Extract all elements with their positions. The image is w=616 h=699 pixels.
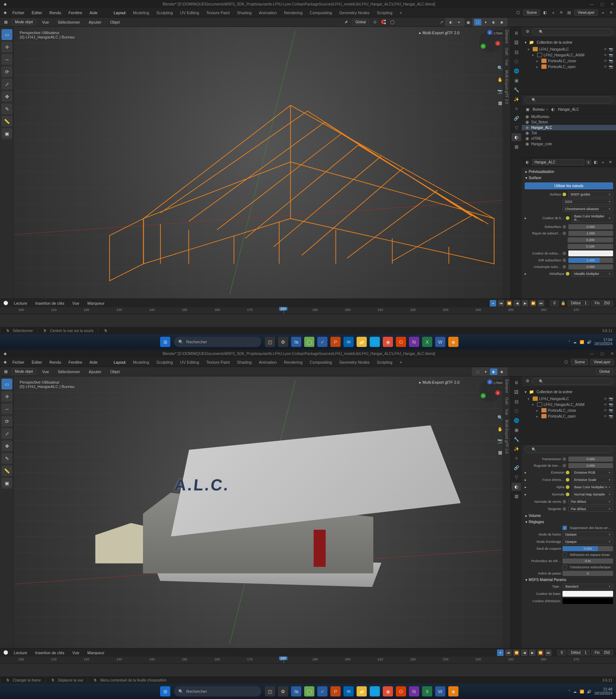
outliner[interactable]: ▾📁Collection de la scène ▾LFHJ_HangarALC…: [522, 37, 616, 95]
tray-wifi-icon[interactable]: 📶: [580, 340, 584, 344]
shading-wire-icon[interactable]: ⬚: [474, 368, 481, 375]
metallic-link[interactable]: Metallic Multiplier: [572, 271, 613, 277]
start-button[interactable]: ⊞: [160, 337, 170, 347]
ptab-texture-icon[interactable]: ▦: [512, 143, 521, 151]
workspace-add[interactable]: +: [397, 9, 405, 16]
app-mail-icon[interactable]: ✉: [343, 686, 354, 696]
properties-search[interactable]: [525, 446, 613, 453]
workspace-sculpting[interactable]: Sculpting: [154, 359, 176, 366]
mode-selector[interactable]: Mode objet: [12, 19, 36, 25]
workspace-geonodes[interactable]: Geometry Nodes: [336, 9, 372, 16]
end-frame[interactable]: Fin 250: [591, 300, 613, 306]
shading-wire-icon[interactable]: ⬚: [474, 19, 481, 25]
tab-view[interactable]: Vue: [505, 59, 509, 66]
ptab-modifier-icon[interactable]: 🔧: [512, 435, 521, 443]
blender-icon[interactable]: ◆: [2, 10, 8, 16]
workspace-modeling[interactable]: Modeling: [130, 9, 152, 16]
panel-preview[interactable]: ▸ Prévisualisation: [522, 169, 616, 175]
app-store-icon[interactable]: 🛍: [291, 337, 301, 347]
ptab-scene-icon[interactable]: ⬡: [512, 407, 521, 415]
outliner-search[interactable]: [532, 378, 613, 385]
sss-method-picker[interactable]: Cheminement aléatoire: [563, 206, 613, 212]
backface-cull-check[interactable]: ✓: [563, 526, 567, 530]
timeline-ruler[interactable]: 1001101201301401501601701801902002102202…: [0, 657, 616, 663]
blend-mode[interactable]: Opaque: [563, 532, 613, 537]
minimize-button[interactable]: —: [590, 351, 594, 356]
restrict-sel-icon[interactable]: 👁: [604, 47, 607, 51]
jump-end-icon[interactable]: ⏭: [545, 649, 552, 656]
ptab-output-icon[interactable]: 🖼: [512, 39, 521, 47]
basecolor-link[interactable]: Base Color Multiplier R…: [572, 213, 613, 223]
editor-type-icon[interactable]: ▦: [3, 369, 9, 375]
ptab-constraint-icon[interactable]: 🔗: [512, 114, 521, 122]
overlay-opts-icon[interactable]: ▾: [455, 19, 462, 25]
tl-view[interactable]: Vue: [69, 300, 82, 307]
timeline-editor-icon[interactable]: 🕒: [3, 650, 9, 656]
ptab-physics-icon[interactable]: ⚛: [512, 105, 521, 113]
menu-file[interactable]: Fichier: [9, 9, 27, 16]
normal-link[interactable]: Normal Map Sampler: [572, 491, 613, 497]
play-rev-icon[interactable]: ◀: [521, 649, 528, 656]
app-blender-icon[interactable]: ◆: [448, 686, 458, 696]
viewlayer-picker[interactable]: ViewLayer: [574, 9, 598, 16]
ptab-material-icon[interactable]: ◐: [512, 133, 521, 141]
play-icon[interactable]: ▶: [522, 300, 528, 307]
mat-copy-icon[interactable]: +: [600, 159, 606, 165]
sss-r1[interactable]: 1.000: [568, 231, 613, 236]
app-xbox-icon[interactable]: ◯: [304, 686, 314, 696]
msfs-basecolor-swatch[interactable]: [563, 591, 613, 597]
subsurface-field[interactable]: 0.000: [568, 224, 613, 229]
emission-link[interactable]: Emissive RGB: [572, 470, 613, 475]
app-powerpoint-icon[interactable]: P: [330, 686, 341, 696]
hdr-select[interactable]: Sélectionner: [55, 19, 83, 25]
menu-file[interactable]: Fichier: [9, 359, 27, 366]
ptab-viewlayer-icon[interactable]: ▤: [512, 398, 521, 406]
app-settings-icon[interactable]: ⚙: [278, 686, 288, 696]
layer-new-icon[interactable]: +: [600, 10, 606, 16]
timeline-ruler[interactable]: 1001101201301401501601701801902002102202…: [0, 307, 616, 314]
ssr-check[interactable]: [563, 553, 567, 557]
app-word-icon[interactable]: W: [435, 686, 445, 696]
clearcoat-normal[interactable]: Par défaut: [568, 499, 613, 505]
workspace-geonodes[interactable]: Geometry Nodes: [336, 359, 372, 366]
ptab-render-icon[interactable]: 🖥: [512, 29, 521, 37]
close-button[interactable]: ✕: [611, 2, 614, 7]
outliner-filter-icon[interactable]: ⚙: [525, 28, 530, 34]
ptab-render-icon[interactable]: 🖥: [512, 379, 521, 387]
app-word-icon[interactable]: W: [435, 337, 445, 347]
ol-item[interactable]: LFHJ_HangarALC_ANIM: [544, 53, 584, 57]
workspace-sculpting[interactable]: Sculpting: [154, 9, 176, 16]
mat-browse-icon[interactable]: ◐: [525, 159, 530, 165]
app-taskview-icon[interactable]: ◫: [265, 337, 275, 347]
msfs-type[interactable]: Standard: [563, 584, 613, 589]
tool-measure-icon[interactable]: 📏: [1, 465, 12, 476]
panel-settings[interactable]: ▾ Réglages: [522, 519, 616, 525]
tab-element[interactable]: Élément: [505, 30, 509, 43]
tray-clock[interactable]: 21:4818/10/2024: [594, 687, 612, 695]
app-office-icon[interactable]: O: [396, 686, 406, 696]
viewlayer-picker[interactable]: ViewLayer: [590, 359, 614, 365]
workspace-shading[interactable]: Shading: [234, 359, 254, 366]
ptab-world-icon[interactable]: 🌐: [512, 416, 521, 424]
outliner-search[interactable]: [532, 28, 613, 35]
trans-rough-field[interactable]: 0.000: [568, 463, 613, 468]
tool-transform-icon[interactable]: ✥: [1, 91, 12, 102]
menu-edit[interactable]: Éditer: [29, 9, 45, 16]
tray-cloud-icon[interactable]: ☁: [573, 340, 577, 344]
workspace-comp[interactable]: Compositing: [307, 9, 335, 16]
app-mail-icon[interactable]: ✉: [343, 337, 354, 347]
tangent-picker[interactable]: Par défaut: [568, 506, 613, 512]
shading-matprev-icon[interactable]: ◐: [490, 368, 497, 375]
mode-selector[interactable]: Mode objet: [12, 368, 36, 375]
ior-field[interactable]: 1.400: [568, 258, 613, 263]
refr-depth[interactable]: 0 m: [563, 558, 613, 564]
workspace-anim[interactable]: Animation: [256, 359, 280, 366]
ptab-material-icon[interactable]: ◐: [512, 483, 521, 491]
viewport-3d[interactable]: ↗ ◐ ▾ ▣ ⬚ ● ◐ ◉ Perspective Utilisateur: [14, 27, 510, 299]
viewport-canvas[interactable]: Perspective Utilisateur (0) LFHJ_HangarA…: [14, 376, 510, 648]
workspace-comp[interactable]: Compositing: [307, 359, 335, 366]
tool-annotate-icon[interactable]: ✎: [1, 453, 12, 464]
taskbar-search[interactable]: 🔍 Rechercher: [174, 686, 261, 696]
tool-addcube-icon[interactable]: ▣: [1, 128, 12, 139]
hdr-view[interactable]: Vue: [39, 19, 52, 25]
